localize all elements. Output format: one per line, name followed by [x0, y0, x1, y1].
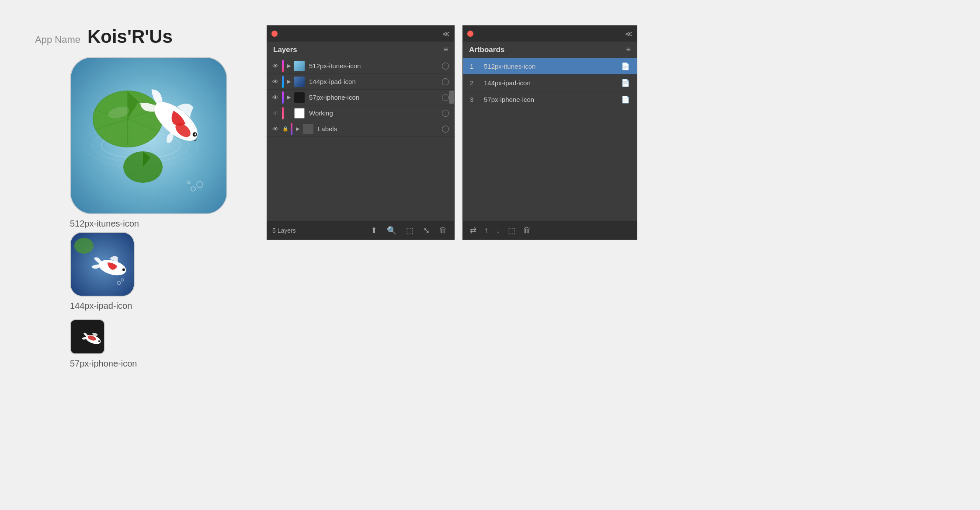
app-name-section: App Name Kois'R'Us [35, 26, 173, 47]
app-name-value: Kois'R'Us [87, 26, 173, 47]
layer-expand-icon[interactable]: ▶ [285, 63, 292, 70]
layers-title: Layers [273, 45, 297, 54]
layer-stripe [282, 107, 284, 119]
layer-stripe [282, 76, 284, 88]
artboards-panel: ✕ ≪ Artboards ≡ 1 512px-itunes-icon 📄 2 … [462, 25, 637, 240]
artboards-collapse-button[interactable]: ≪ [625, 30, 632, 38]
artboards-footer: ⇄ ↑ ↓ ⬚ 🗑 [463, 221, 637, 239]
layer-name: 144px-ipad-icon [309, 78, 440, 85]
artboards-header: Artboards ≡ [463, 42, 637, 58]
layer-target-icon[interactable] [442, 78, 449, 85]
layer-target-icon[interactable] [442, 63, 449, 70]
artboards-list: 1 512px-itunes-icon 📄 2 144px-ipad-icon … [463, 58, 637, 221]
layer-stripe [282, 60, 284, 72]
scrollbar[interactable] [449, 91, 454, 104]
svg-point-24 [74, 238, 94, 254]
canvas-artboard-512[interactable]: 512px-itunes-icon [70, 57, 227, 229]
layer-visibility-icon[interactable]: 👁 [271, 77, 280, 87]
artboard-item-name: 144px-ipad-icon [484, 79, 616, 87]
icon-box-57 [70, 319, 105, 354]
layer-target-icon[interactable] [442, 94, 449, 101]
artboards-menu-icon[interactable]: ≡ [626, 45, 631, 54]
layers-footer: 5 Layers ⬆ 🔍 ⬚ ⤡ 🗑 [267, 221, 454, 239]
layer-stripe [291, 123, 292, 135]
layer-thumbnail [294, 108, 305, 119]
artboards-title: Artboards [469, 45, 504, 54]
layer-stripe [282, 91, 284, 104]
layer-visibility-icon[interactable]: 👁 [271, 61, 280, 71]
layer-row[interactable]: 👁 ▶ 57px-iphone-icon [267, 90, 454, 105]
layer-row[interactable]: 👁 Working [267, 105, 454, 121]
artboards-titlebar: ✕ ≪ [463, 26, 637, 42]
move-button[interactable]: ⤡ [421, 225, 431, 236]
layers-collapse-button[interactable]: ≪ [442, 30, 450, 38]
layers-count-label: 5 Layers [272, 227, 363, 234]
layers-panel: ✕ ≪ Layers ≡ 👁 ▶ 512px-itunes-icon 👁 ▶ [267, 25, 455, 240]
delete-button[interactable]: 🗑 [438, 225, 449, 236]
canvas: App Name Kois'R'Us [0, 0, 980, 510]
artboard-item-name: 57px-iphone-icon [484, 96, 616, 103]
layer-visibility-icon[interactable]: 👁 [271, 124, 280, 134]
artboard-number: 2 [470, 79, 479, 87]
label-57: 57px-iphone-icon [70, 359, 137, 369]
delete-artboard-button[interactable]: 🗑 [521, 225, 533, 236]
layer-target-icon[interactable] [442, 110, 449, 117]
artboard-page-icon: 📄 [621, 62, 630, 70]
layer-name: Labels [318, 125, 440, 133]
layers-titlebar: ✕ ≪ [267, 26, 454, 42]
artboards-close-button[interactable]: ✕ [467, 31, 473, 37]
artboard-list-item[interactable]: 3 57px-iphone-icon 📄 [463, 91, 637, 108]
layer-row[interactable]: 👁 🔒 ▶ Labels [267, 121, 454, 137]
artboard-page-icon: 📄 [621, 79, 630, 87]
app-name-label: App Name [35, 34, 80, 45]
label-512: 512px-itunes-icon [70, 219, 227, 229]
artboard-item-name: 512px-itunes-icon [484, 63, 616, 70]
icon-box-144 [70, 232, 135, 297]
layer-thumbnail [294, 77, 305, 87]
layer-expand-icon[interactable]: ▶ [285, 78, 292, 85]
layer-lock-icon[interactable]: 🔒 [282, 126, 289, 133]
layers-list: 👁 ▶ 512px-itunes-icon 👁 ▶ 144px-ipad-ico… [267, 58, 454, 221]
export-button[interactable]: ⬆ [369, 225, 379, 236]
canvas-artboard-57[interactable]: 57px-iphone-icon [70, 319, 137, 369]
layer-expand-icon[interactable]: ▶ [285, 94, 292, 101]
move-down-button[interactable]: ↓ [494, 225, 502, 236]
layer-row[interactable]: 👁 ▶ 512px-itunes-icon [267, 58, 454, 74]
layer-target-icon[interactable] [442, 126, 449, 133]
layer-name: 512px-itunes-icon [309, 62, 440, 70]
label-144: 144px-ipad-icon [70, 301, 135, 311]
artboard-number: 1 [470, 63, 479, 70]
shuffle-button[interactable]: ⇄ [468, 225, 478, 236]
artboard-page-icon: 📄 [621, 95, 630, 104]
layer-visibility-icon[interactable]: 👁 [271, 93, 280, 102]
artboard-button[interactable]: ⬚ [404, 225, 415, 236]
layer-row[interactable]: 👁 ▶ 144px-ipad-icon [267, 74, 454, 90]
layers-header: Layers ≡ [267, 42, 454, 58]
move-up-button[interactable]: ↑ [483, 225, 490, 236]
layer-visibility-icon[interactable]: 👁 [271, 108, 280, 118]
search-button[interactable]: 🔍 [385, 225, 398, 236]
layer-expand-icon[interactable]: ▶ [294, 126, 301, 133]
layer-name: Working [309, 109, 440, 117]
layer-thumbnail [294, 92, 305, 103]
layer-thumbnail [294, 61, 305, 71]
layers-menu-icon[interactable]: ≡ [443, 45, 448, 54]
artboard-list-item[interactable]: 1 512px-itunes-icon 📄 [463, 58, 637, 75]
layers-close-button[interactable]: ✕ [271, 31, 278, 37]
artboard-number: 3 [470, 96, 479, 103]
insert-artboard-button[interactable]: ⬚ [506, 225, 517, 236]
layer-name: 57px-iphone-icon [309, 94, 440, 101]
canvas-artboard-144[interactable]: 144px-ipad-icon [70, 232, 135, 311]
icon-box-512 [70, 57, 227, 214]
layer-thumbnail [303, 124, 313, 134]
artboard-list-item[interactable]: 2 144px-ipad-icon 📄 [463, 75, 637, 91]
